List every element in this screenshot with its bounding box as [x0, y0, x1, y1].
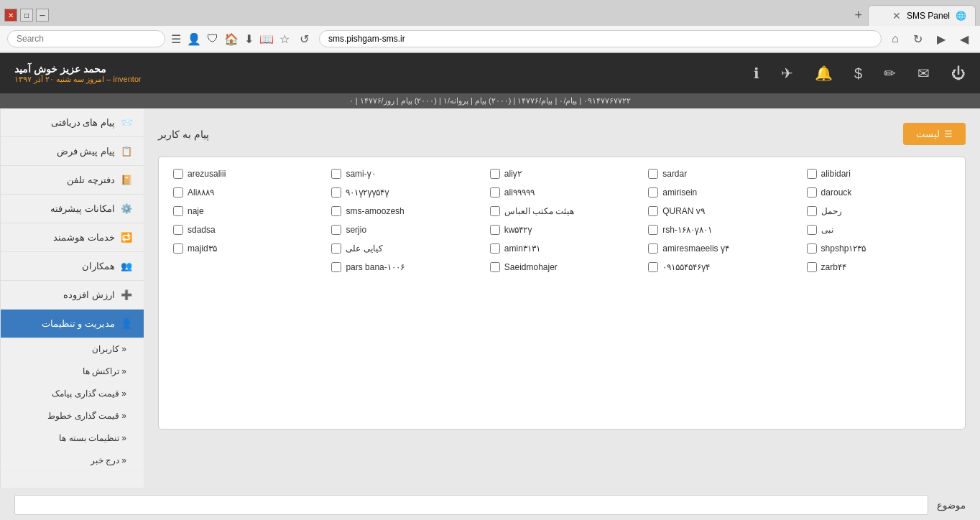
sidebar-icon-smart: 🔁	[121, 232, 132, 243]
user-checkbox[interactable]	[331, 243, 341, 254]
user-checkbox[interactable]	[173, 169, 183, 179]
user-checkbox[interactable]	[173, 243, 183, 254]
user-name-label: کیایی علی	[346, 243, 382, 254]
minimize-button[interactable]: ─	[36, 9, 49, 22]
username-label: inventor	[114, 75, 142, 83]
user-checkbox[interactable]	[490, 243, 500, 254]
sidebar-item-value[interactable]: ➕ارزش افزوده	[1, 281, 144, 310]
sidebar-sub-users[interactable]: کاربران	[1, 338, 144, 361]
content-area: ☰ لیست پیام به کاربر alibidari sardar al…	[144, 108, 980, 488]
footer-area: موضوع	[0, 488, 980, 520]
user-checkbox[interactable]	[648, 243, 658, 254]
user-checkbox[interactable]	[331, 169, 341, 179]
reload-button[interactable]: ↺	[295, 31, 313, 47]
user-name-label: amiresmaeelis γ۴	[662, 243, 729, 254]
user-checkbox[interactable]	[807, 225, 817, 235]
user-checkbox[interactable]	[490, 206, 500, 216]
user-checkbox[interactable]	[490, 169, 500, 179]
user-checkbox[interactable]	[807, 262, 817, 272]
sidebar-item-default[interactable]: 📋پیام پیش فرض	[1, 137, 144, 166]
sidebar-item-phonebook[interactable]: 📔دفترچه تلفن	[1, 166, 144, 195]
tab-close-button[interactable]: ✕	[892, 10, 901, 22]
sidebar-sub-line-price[interactable]: قیمت گذاری خطوط	[1, 405, 144, 427]
list-button[interactable]: ☰ لیست	[903, 123, 966, 145]
user-checkbox[interactable]	[807, 169, 817, 179]
info-bar: ۰۹۱۴۷۷۶۷۷۲۲ | پیام/۰ | پیام/۱۴۷۷۶ | (۲۰۰…	[0, 93, 980, 108]
search-input[interactable]	[7, 30, 165, 47]
user-checkbox[interactable]	[648, 225, 658, 235]
refresh-button[interactable]: ↻	[909, 31, 927, 47]
send-icon[interactable]: ✈	[781, 65, 793, 82]
bookmark-icon: ☆	[279, 32, 290, 46]
user-name-label: amin۳۱۳۱	[504, 243, 540, 254]
user-name-label: هیئت مکتب العباس	[504, 206, 575, 216]
sidebar-icon-phonebook: 📔	[121, 175, 132, 185]
sidebar-sub-news[interactable]: درج خبر	[1, 450, 144, 472]
user-checkbox[interactable]	[648, 169, 658, 179]
list-item: naje	[167, 203, 323, 219]
list-item: QURAN v۹	[642, 203, 798, 219]
sidebar-icon-advanced: ⚙️	[121, 203, 132, 214]
list-item: amirisein	[642, 185, 798, 200]
user-checkbox[interactable]	[173, 206, 183, 216]
user-checkbox[interactable]	[807, 187, 817, 198]
user-checkbox[interactable]	[648, 187, 658, 198]
back-button[interactable]: ◀	[956, 31, 973, 47]
separator: –	[104, 75, 111, 83]
list-item: majid۳۵	[167, 241, 323, 256]
user-name-label: naje	[188, 206, 204, 216]
home-nav-icon: 🏠	[224, 32, 239, 46]
sidebar-label-default: پیام پیش فرض	[57, 146, 115, 157]
tag-icon[interactable]: ✏	[884, 65, 896, 82]
sidebar-item-partners[interactable]: 👥همکاران	[1, 252, 144, 281]
sidebar-item-advanced[interactable]: ⚙️امکانات پیشرفته	[1, 195, 144, 223]
users-grid: alibidari sardar aliγ۲ sami-γ۰ arezusali…	[167, 166, 956, 275]
footer-input[interactable]	[14, 495, 928, 515]
user-name-label: serjio	[346, 225, 366, 235]
power-icon[interactable]: ⏻	[951, 65, 966, 82]
user-checkbox[interactable]	[807, 206, 817, 216]
url-input[interactable]	[319, 30, 882, 47]
forward-button[interactable]: ▶	[933, 31, 950, 47]
sidebar-icon-value: ➕	[121, 289, 132, 300]
date-label: امروز سه شنبه ۲۰ آذر ۱۳۹۷	[14, 75, 104, 83]
user-checkbox[interactable]	[173, 225, 183, 235]
sidebar-item-smart[interactable]: 🔁خدمات هوشمند	[1, 223, 144, 252]
user-checkbox[interactable]	[490, 225, 500, 235]
user-checkbox[interactable]	[648, 206, 658, 216]
user-checkbox[interactable]	[173, 187, 183, 198]
list-item: هیئت مکتب العباس	[484, 203, 639, 219]
user-checkbox[interactable]	[648, 262, 658, 272]
sidebar-sub-sms-price[interactable]: قیمت گذاری پیامک	[1, 383, 144, 405]
user-checkbox[interactable]	[490, 187, 500, 198]
bell-icon[interactable]: 🔔	[815, 65, 833, 82]
users-box: alibidari sardar aliγ۲ sami-γ۰ arezusali…	[158, 157, 966, 430]
envelope-icon[interactable]: ✉	[917, 65, 930, 82]
user-checkbox[interactable]	[331, 262, 341, 272]
sidebar-sub-bundle-settings[interactable]: تنظیمات بسته ها	[1, 427, 144, 450]
list-label: لیست	[916, 129, 940, 139]
maximize-button[interactable]: □	[20, 9, 33, 22]
sidebar-label-management: مدیریت و تنظیمات	[42, 318, 115, 329]
list-icon: ☰	[944, 129, 953, 139]
user-checkbox[interactable]	[331, 206, 341, 216]
sidebar-item-management[interactable]: 👤مدیریت و تنظیمات	[1, 310, 144, 338]
info-icon[interactable]: ℹ	[754, 65, 759, 82]
sidebar-item-received[interactable]: 📨پیام های دریافتی	[1, 108, 144, 137]
dollar-icon[interactable]: $	[854, 65, 862, 82]
user-checkbox[interactable]	[331, 225, 341, 235]
user-checkbox[interactable]	[331, 187, 341, 198]
sidebar-sub-transactions[interactable]: تراکنش ها	[1, 361, 144, 383]
home-button[interactable]: ⌂	[887, 31, 903, 47]
new-tab-button[interactable]: +	[849, 5, 868, 26]
info-text: ۰۹۱۴۷۷۶۷۷۲۲ | پیام/۰ | پیام/۱۴۷۷۶ | (۲۰۰…	[349, 96, 632, 105]
list-item: sami-γ۰	[325, 166, 481, 182]
close-button[interactable]: ✕	[4, 9, 17, 22]
sidebar-icon-management: 👤	[121, 318, 132, 329]
user-info: محمد عزیز خوش آمید inventor – امروز سه ش…	[14, 63, 142, 84]
sidebar-label-value: ارزش افزوده	[63, 289, 115, 300]
list-item: sardar	[642, 166, 798, 182]
user-checkbox[interactable]	[807, 243, 817, 254]
browser-tab[interactable]: 🌐 SMS Panel ✕	[868, 5, 976, 26]
user-checkbox[interactable]	[490, 262, 500, 272]
